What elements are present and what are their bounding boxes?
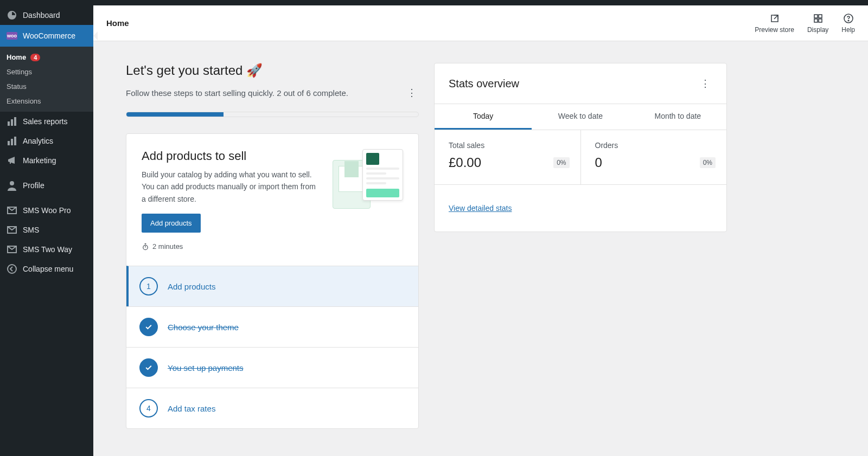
svg-rect-3 [8, 141, 10, 145]
preview-store-button[interactable]: Preview store [755, 13, 794, 34]
onboarding-subtitle: Follow these steps to start selling quic… [126, 88, 348, 98]
add-products-button[interactable]: Add products [142, 214, 201, 233]
sidebar-item-collapse[interactable]: Collapse menu [0, 259, 93, 279]
topbar-actions: Preview store Display Help [755, 13, 855, 34]
bar-chart-icon [7, 136, 17, 146]
admin-sidebar: Dashboard woo WooCommerce Home 4 Setting… [0, 0, 93, 456]
woocommerce-submenu: Home 4 Settings Status Extensions [0, 47, 93, 112]
stats-tabs: Today Week to date Month to date [435, 104, 726, 130]
menu-label: Collapse menu [23, 265, 73, 273]
step-label: Choose your theme [168, 323, 239, 332]
dashboard-icon [7, 10, 17, 21]
sidebar-subitem-status[interactable]: Status [0, 79, 93, 94]
woocommerce-icon: woo [7, 30, 17, 41]
envelope-icon [7, 224, 17, 235]
svg-rect-1 [11, 119, 13, 126]
hero-time-label: 2 minutes [152, 242, 183, 251]
stats-title: Stats overview [449, 78, 519, 90]
step-label: You set up payments [168, 363, 244, 372]
progress-bar-fill [126, 112, 224, 117]
sidebar-item-sales-reports[interactable]: Sales reports [0, 112, 93, 131]
sidebar-item-sms-woo-pro[interactable]: SMS Woo Pro [0, 201, 93, 220]
onboarding-section: Let's get you started 🚀 Follow these ste… [126, 63, 419, 429]
sidebar-item-analytics[interactable]: Analytics [0, 131, 93, 151]
kebab-icon: ⋮ [407, 87, 417, 98]
stats-menu-button[interactable]: ⋮ [698, 75, 712, 92]
onboarding-hero: Add products to sell Build your catalog … [126, 134, 418, 266]
onboarding-step-list: 1 Add products Choose your theme You set… [126, 266, 418, 428]
help-icon [843, 13, 854, 24]
menu-label: WooCommerce [23, 31, 75, 40]
submenu-label: Extensions [7, 97, 41, 105]
sidebar-subitem-home[interactable]: Home 4 [0, 50, 93, 65]
svg-rect-9 [819, 15, 822, 18]
stat-total-sales[interactable]: Total sales £0.00 0% [435, 130, 581, 185]
action-label: Preview store [755, 26, 794, 34]
stat-label: Total sales [449, 141, 566, 150]
onboarding-card: Add products to sell Build your catalog … [126, 133, 419, 429]
sidebar-subitem-settings[interactable]: Settings [0, 65, 93, 79]
sidebar-item-marketing[interactable]: Marketing [0, 151, 93, 170]
envelope-icon [7, 205, 17, 216]
help-button[interactable]: Help [841, 13, 855, 34]
sidebar-item-woocommerce[interactable]: woo WooCommerce [0, 25, 93, 47]
stat-delta: 0% [553, 157, 569, 168]
step-number: 4 [139, 399, 158, 418]
user-icon [7, 180, 17, 191]
action-label: Help [841, 26, 855, 34]
page-title: Home [106, 18, 129, 28]
stat-delta: 0% [700, 157, 716, 168]
menu-label: Marketing [23, 156, 56, 165]
home-badge: 4 [30, 54, 40, 61]
step-label: Add products [168, 282, 215, 291]
step-number: 1 [139, 277, 158, 296]
sidebar-subitem-extensions[interactable]: Extensions [0, 94, 93, 108]
stats-grid: Total sales £0.00 0% Orders 0 0% [435, 130, 726, 185]
submenu-label: Home [7, 53, 26, 61]
svg-rect-8 [814, 15, 818, 18]
step-label: Add tax rates [168, 404, 215, 413]
onboarding-progress [126, 112, 419, 117]
rocket-icon: 🚀 [246, 63, 263, 78]
step-check-icon [139, 358, 158, 377]
menu-label: SMS [23, 226, 39, 234]
svg-rect-0 [8, 121, 10, 126]
sidebar-item-sms-two-way[interactable]: SMS Two Way [0, 240, 93, 259]
submenu-label: Settings [7, 68, 32, 76]
stat-value: 0 [595, 155, 713, 170]
display-button[interactable]: Display [807, 13, 828, 34]
step-add-tax-rates[interactable]: 4 Add tax rates [126, 388, 418, 428]
hero-body: Build your catalog by adding what you wa… [142, 169, 322, 205]
menu-label: Dashboard [23, 11, 60, 20]
step-check-icon [139, 318, 158, 336]
step-setup-payments[interactable]: You set up payments [126, 347, 418, 388]
menu-label: Sales reports [23, 117, 67, 126]
step-choose-theme[interactable]: Choose your theme [126, 306, 418, 347]
stopwatch-icon [142, 243, 149, 251]
svg-point-7 [8, 265, 16, 273]
kebab-icon: ⋮ [700, 78, 710, 89]
view-detailed-stats-link[interactable]: View detailed stats [449, 204, 512, 213]
step-add-products[interactable]: 1 Add products [126, 266, 418, 306]
megaphone-icon [7, 155, 17, 166]
svg-point-6 [10, 181, 14, 185]
menu-label: SMS Two Way [23, 245, 72, 254]
grid-icon [813, 13, 824, 24]
svg-point-14 [143, 245, 148, 249]
stat-orders[interactable]: Orders 0 0% [581, 130, 727, 185]
main-area: Home Preview store Display Help [93, 0, 868, 456]
sidebar-item-sms[interactable]: SMS [0, 220, 93, 240]
tab-today[interactable]: Today [435, 104, 532, 130]
stats-link-row: View detailed stats [435, 185, 726, 232]
tab-week[interactable]: Week to date [532, 104, 629, 130]
onboarding-menu-button[interactable]: ⋮ [405, 85, 419, 101]
sidebar-item-dashboard[interactable]: Dashboard [0, 5, 93, 25]
onboarding-title: Let's get you started 🚀 [126, 63, 419, 78]
stat-value: £0.00 [449, 155, 566, 170]
svg-rect-2 [14, 117, 16, 126]
sidebar-item-profile[interactable]: Profile [0, 176, 93, 195]
tab-month[interactable]: Month to date [629, 104, 726, 130]
svg-point-13 [848, 20, 849, 21]
hero-title: Add products to sell [142, 149, 322, 163]
menu-label: Analytics [23, 137, 53, 145]
